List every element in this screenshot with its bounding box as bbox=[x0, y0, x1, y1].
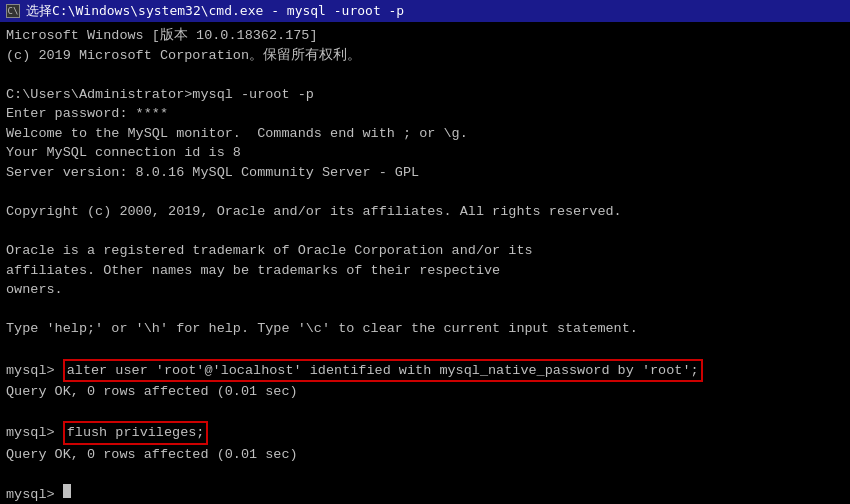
cmd1-result: Query OK, 0 rows affected (0.01 sec) bbox=[6, 382, 844, 402]
title-bar-text: 选择C:\Windows\system32\cmd.exe - mysql -u… bbox=[26, 2, 404, 20]
line-3: C:\Users\Administrator>mysql -uroot -p bbox=[6, 85, 844, 105]
cmd3-line[interactable]: mysql> bbox=[6, 484, 844, 504]
line-1: Microsoft Windows [版本 10.0.18362.175] bbox=[6, 26, 844, 46]
line-10: affiliates. Other names may be trademark… bbox=[6, 261, 844, 281]
cmd1-line: mysql> alter user 'root'@'localhost' ide… bbox=[6, 359, 844, 383]
line-blank-7 bbox=[6, 464, 844, 484]
cmd2-line: mysql> flush privileges; bbox=[6, 421, 844, 445]
line-11: owners. bbox=[6, 280, 844, 300]
line-9: Oracle is a registered trademark of Orac… bbox=[6, 241, 844, 261]
cursor bbox=[63, 484, 71, 498]
cmd1-prompt: mysql> bbox=[6, 361, 63, 381]
line-4: Enter password: **** bbox=[6, 104, 844, 124]
line-blank-6 bbox=[6, 402, 844, 422]
cmd1-text: alter user 'root'@'localhost' identified… bbox=[67, 363, 699, 378]
line-2: (c) 2019 Microsoft Corporation。保留所有权利。 bbox=[6, 46, 844, 66]
line-12: Type 'help;' or '\h' for help. Type '\c'… bbox=[6, 319, 844, 339]
line-7: Server version: 8.0.16 MySQL Community S… bbox=[6, 163, 844, 183]
line-6: Your MySQL connection id is 8 bbox=[6, 143, 844, 163]
cmd2-result: Query OK, 0 rows affected (0.01 sec) bbox=[6, 445, 844, 465]
terminal: Microsoft Windows [版本 10.0.18362.175] (c… bbox=[0, 22, 850, 504]
cmd2-highlighted: flush privileges; bbox=[63, 421, 209, 445]
cmd3-prompt: mysql> bbox=[6, 485, 63, 504]
line-5: Welcome to the MySQL monitor. Commands e… bbox=[6, 124, 844, 144]
line-blank-2 bbox=[6, 183, 844, 203]
line-blank-3 bbox=[6, 222, 844, 242]
cmd2-text: flush privileges; bbox=[67, 425, 205, 440]
cmd2-prompt: mysql> bbox=[6, 423, 63, 443]
title-bar-icon: C\ bbox=[6, 4, 20, 18]
cmd1-highlighted: alter user 'root'@'localhost' identified… bbox=[63, 359, 703, 383]
line-8: Copyright (c) 2000, 2019, Oracle and/or … bbox=[6, 202, 844, 222]
line-blank-4 bbox=[6, 300, 844, 320]
line-blank-5 bbox=[6, 339, 844, 359]
title-bar: C\ 选择C:\Windows\system32\cmd.exe - mysql… bbox=[0, 0, 850, 22]
line-blank-1 bbox=[6, 65, 844, 85]
